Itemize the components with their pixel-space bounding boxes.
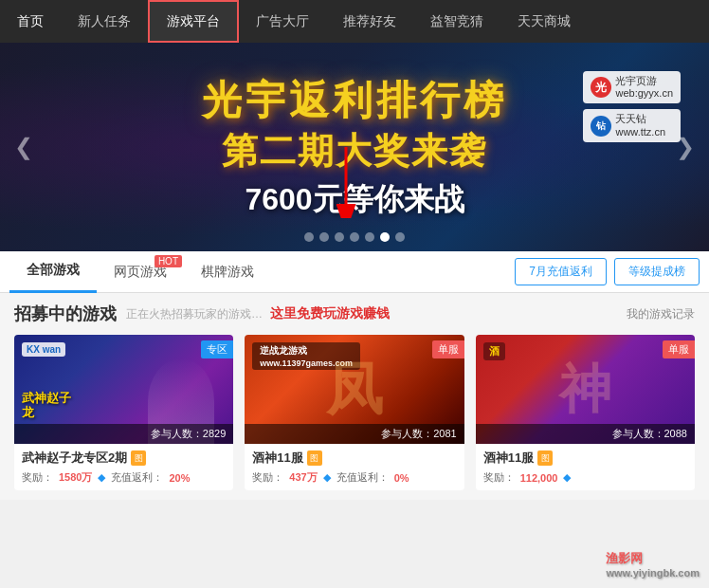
game3-name-row: 酒神11服 图 xyxy=(483,450,687,467)
game2-reward-val: 437万 xyxy=(289,470,317,485)
game3-icon: 图 xyxy=(537,450,553,466)
banner-dot-6[interactable] xyxy=(380,232,390,242)
game-card-3-image: 酒 神 单服 参与人数：2088 xyxy=(476,335,695,444)
game2-badge: 单服 xyxy=(432,340,464,358)
ttz-icon: 钻 xyxy=(591,116,611,137)
level-ranking-button[interactable]: 等级提成榜 xyxy=(614,258,700,285)
game1-icon: 图 xyxy=(131,450,146,466)
tab-web-games[interactable]: 网页游戏 HOT xyxy=(97,251,184,293)
diamond-icon-1: ◆ xyxy=(98,471,105,484)
game2-name-row: 酒神11服 图 xyxy=(252,450,456,467)
nav-item-newbie[interactable]: 新人任务 xyxy=(61,0,148,43)
banner-content: 光宇返利排行榜 第二期大奖来袭 7600元等你来战 xyxy=(202,74,507,221)
banner-dot-7[interactable] xyxy=(395,232,405,242)
nav-item-home[interactable]: 首页 xyxy=(0,0,61,43)
game3-participants: 参与人数：2088 xyxy=(476,424,695,444)
game2-rebate-val: 0% xyxy=(394,472,409,484)
game3-info: 酒神11服 图 奖励： 112,000 ◆ xyxy=(476,444,695,490)
nav-item-friend[interactable]: 推荐好友 xyxy=(326,0,413,43)
banner-next-arrow[interactable]: ❯ xyxy=(666,124,704,170)
banner-title2: 第二期大奖来袭 xyxy=(202,127,507,175)
game1-rebate-label: 充值返利： xyxy=(111,470,163,485)
nav-item-ad[interactable]: 广告大厅 xyxy=(239,0,326,43)
game-card-2[interactable]: 逆战龙游戏www.11397games.com 凤 单服 参与人数：2081 酒… xyxy=(245,335,464,490)
banner-dot-5[interactable] xyxy=(365,232,374,242)
top-navigation: 首页 新人任务 游戏平台 广告大厅 推荐好友 益智竞猜 天天商城 xyxy=(0,0,709,43)
game2-info: 酒神11服 图 奖励： 437万 ◆ 充值返利： 0% xyxy=(245,444,464,490)
game2-rebate-label: 充值返利： xyxy=(336,470,389,485)
game1-info: 武神赵子龙专区2期 图 奖励： 1580万 ◆ 充值返利： 20% xyxy=(14,444,233,490)
game3-reward-val: 112,000 xyxy=(520,472,558,484)
banner-dots xyxy=(304,232,405,242)
banner-dot-2[interactable] xyxy=(319,232,329,242)
game-grid: KX wan 武神赵子龙 专区 参与人数：2829 武神赵子龙专区2期 图 奖励… xyxy=(14,335,695,490)
nav-item-platform[interactable]: 游戏平台 xyxy=(148,0,239,43)
hero-banner: 光宇返利排行榜 第二期大奖来袭 7600元等你来战 光 光宇页游 web:gyy… xyxy=(0,43,709,251)
game3-badge: 单服 xyxy=(663,340,695,358)
game2-participants: 参与人数：2081 xyxy=(245,424,464,444)
game1-rewards: 奖励： 1580万 ◆ 充值返利： 20% xyxy=(22,470,226,485)
ttz-text: 天天钻 www.ttz.cn xyxy=(615,113,665,138)
game1-name-row: 武神赵子龙专区2期 图 xyxy=(22,450,226,467)
banner-title1: 光宇返利排行榜 xyxy=(202,74,507,127)
game3-logo: 酒 xyxy=(483,342,505,360)
section-subtitle: 正在火热招募玩家的游戏… xyxy=(126,306,263,322)
game3-name: 酒神11服 xyxy=(483,450,534,467)
tab-all-games[interactable]: 全部游戏 xyxy=(9,251,97,293)
game-card-2-image: 逆战龙游戏www.11397games.com 凤 单服 参与人数：2081 xyxy=(245,335,464,444)
hot-badge: HOT xyxy=(155,255,182,267)
banner-dot-3[interactable] xyxy=(335,232,344,242)
section-title: 招募中的游戏 xyxy=(14,303,117,325)
banner-dot-1[interactable] xyxy=(304,232,314,242)
tab-right-buttons: 7月充值返利 等级提成榜 xyxy=(515,258,700,285)
game-card-3[interactable]: 酒 神 单服 参与人数：2088 酒神11服 图 奖励： 112,000 ◆ xyxy=(476,335,695,490)
game3-reward-label: 奖励： xyxy=(483,470,515,485)
game-tab-bar: 全部游戏 网页游戏 HOT 棋牌游戏 7月充值返利 等级提成榜 xyxy=(0,251,709,293)
game1-participants: 参与人数：2829 xyxy=(14,424,233,444)
game3-deco: 神 xyxy=(559,355,611,425)
game2-name: 酒神11服 xyxy=(252,450,302,467)
game1-reward-val: 1580万 xyxy=(59,470,92,485)
game1-reward-label: 奖励： xyxy=(22,470,53,485)
nav-item-puzzle[interactable]: 益智竞猜 xyxy=(413,0,500,43)
tab-board-games[interactable]: 棋牌游戏 xyxy=(184,251,271,293)
game1-name: 武神赵子龙专区2期 xyxy=(22,450,127,467)
monthly-rebate-button[interactable]: 7月充值返利 xyxy=(515,258,607,285)
banner-title3: 7600元等你来战 xyxy=(202,179,507,221)
game1-badge: 专区 xyxy=(201,340,233,358)
banner-logo-guyu: 光 光宇页游 web:gyyx.cn xyxy=(583,71,681,103)
my-record-link[interactable]: 我的游戏记录 xyxy=(627,306,695,322)
game2-rewards: 奖励： 437万 ◆ 充值返利： 0% xyxy=(252,470,456,485)
game-card-1[interactable]: KX wan 武神赵子龙 专区 参与人数：2829 武神赵子龙专区2期 图 奖励… xyxy=(14,335,233,490)
game1-rebate-val: 20% xyxy=(169,472,190,484)
section-header: 招募中的游戏 正在火热招募玩家的游戏… 这里免费玩游戏赚钱 我的游戏记录 xyxy=(14,303,695,325)
guyu-icon: 光 xyxy=(591,77,611,98)
guyu-text: 光宇页游 web:gyyx.cn xyxy=(615,75,673,100)
nav-item-shop[interactable]: 天天商城 xyxy=(500,0,588,43)
diamond-icon-3: ◆ xyxy=(563,471,571,484)
game-card-1-image: KX wan 武神赵子龙 专区 参与人数：2829 xyxy=(14,335,233,444)
game2-icon: 图 xyxy=(307,450,322,466)
diamond-icon-2: ◆ xyxy=(323,471,331,484)
main-content: 招募中的游戏 正在火热招募玩家的游戏… 这里免费玩游戏赚钱 我的游戏记录 KX … xyxy=(0,293,709,500)
game1-title-overlay: 武神赵子龙 xyxy=(22,391,71,420)
game2-reward-label: 奖励： xyxy=(252,470,283,485)
game3-rewards: 奖励： 112,000 ◆ xyxy=(483,470,687,485)
game2-deco: 凤 xyxy=(326,351,383,428)
section-free-text: 这里免费玩游戏赚钱 xyxy=(270,305,390,322)
game1-logo: KX wan xyxy=(22,342,65,357)
banner-prev-arrow[interactable]: ❮ xyxy=(5,124,43,170)
banner-dot-4[interactable] xyxy=(350,232,359,242)
